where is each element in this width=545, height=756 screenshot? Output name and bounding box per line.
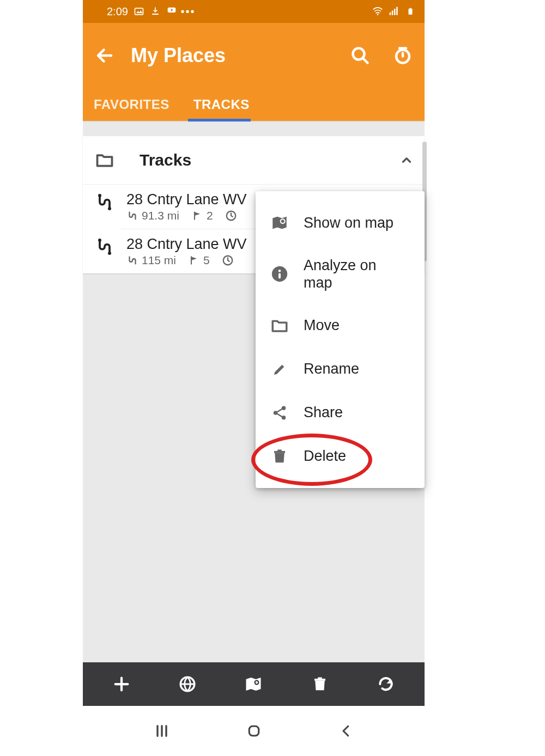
menu-item-share[interactable]: Share	[256, 391, 425, 435]
svg-rect-6	[396, 7, 398, 15]
menu-label: Analyze on map	[304, 257, 402, 292]
delete-button[interactable]	[309, 673, 331, 695]
route-icon	[94, 191, 116, 213]
add-button[interactable]	[111, 673, 132, 695]
chevron-up-icon	[399, 153, 414, 167]
trash-icon	[270, 447, 289, 466]
menu-item-rename[interactable]: Rename	[256, 347, 425, 391]
menu-label: Rename	[304, 361, 359, 377]
status-right	[372, 6, 416, 17]
svg-point-11	[98, 194, 101, 197]
svg-rect-3	[390, 13, 391, 15]
back-button[interactable]	[94, 45, 116, 66]
sort-button[interactable]	[392, 45, 414, 66]
svg-rect-0	[135, 8, 143, 15]
svg-point-2	[377, 14, 379, 16]
svg-rect-31	[318, 678, 322, 679]
svg-rect-32	[249, 726, 259, 736]
menu-item-delete[interactable]: Delete	[256, 435, 425, 478]
nav-home[interactable]	[244, 721, 264, 741]
track-waypoints: 5	[203, 254, 210, 267]
menu-label: Share	[304, 404, 343, 421]
context-menu: Show on map Analyze on map Move Rename S…	[256, 191, 425, 488]
folder-icon	[94, 149, 116, 171]
info-icon	[270, 264, 289, 284]
svg-point-14	[98, 239, 101, 242]
track-distance: 115 mi	[142, 254, 176, 267]
globe-button[interactable]	[177, 673, 198, 695]
route-icon	[94, 236, 116, 258]
svg-rect-8	[410, 8, 411, 9]
svg-rect-7	[409, 9, 413, 15]
folder-row-tracks[interactable]: Tracks	[83, 136, 425, 185]
map-button[interactable]	[243, 673, 264, 695]
track-waypoints: 2	[207, 209, 213, 222]
svg-point-15	[108, 252, 111, 255]
clock-icon	[225, 210, 237, 222]
image-icon	[134, 6, 144, 17]
distance-icon	[126, 210, 138, 222]
search-button[interactable]	[349, 45, 371, 66]
pencil-icon	[270, 359, 289, 379]
play-icon	[166, 6, 177, 17]
nav-back[interactable]	[336, 721, 356, 741]
menu-label: Move	[304, 317, 340, 334]
app-bar: My Places FAVORITES TRACKS	[83, 23, 425, 121]
folder-icon	[270, 316, 289, 336]
clock-icon	[222, 254, 234, 266]
battery-icon	[405, 6, 416, 17]
phone-screen: 2:09 •••	[83, 0, 425, 756]
tab-tracks[interactable]: TRACKS	[193, 89, 261, 121]
svg-rect-21	[278, 273, 281, 279]
menu-item-move[interactable]: Move	[256, 304, 425, 347]
folder-title: Tracks	[140, 151, 191, 169]
menu-item-analyze[interactable]: Analyze on map	[256, 245, 425, 304]
svg-rect-5	[394, 9, 396, 15]
share-icon	[270, 403, 289, 423]
bottom-action-bar	[83, 662, 425, 706]
svg-rect-26	[277, 449, 282, 451]
status-left: 2:09 •••	[107, 5, 193, 18]
svg-point-18	[281, 220, 284, 223]
system-nav-bar	[83, 706, 425, 756]
svg-point-12	[108, 207, 111, 210]
menu-label: Delete	[304, 448, 346, 465]
track-distance: 91.3 mi	[142, 209, 179, 222]
status-time: 2:09	[107, 5, 128, 18]
menu-label: Show on map	[304, 215, 393, 231]
svg-point-20	[278, 270, 281, 272]
flag-icon	[191, 210, 203, 222]
signal-icon	[389, 6, 399, 17]
refresh-button[interactable]	[375, 673, 397, 695]
svg-rect-25	[274, 451, 285, 453]
svg-rect-4	[392, 10, 393, 15]
svg-point-29	[256, 681, 258, 684]
status-bar: 2:09 •••	[83, 0, 425, 23]
download-icon	[150, 6, 161, 17]
flag-icon	[188, 254, 200, 266]
menu-item-show-on-map[interactable]: Show on map	[256, 201, 425, 245]
wifi-icon	[372, 6, 383, 17]
more-icon: •••	[183, 6, 193, 17]
page-title: My Places	[131, 44, 226, 67]
nav-recents[interactable]	[152, 721, 172, 741]
svg-rect-30	[314, 679, 325, 681]
tabs: FAVORITES TRACKS	[94, 75, 414, 121]
distance-icon	[126, 254, 138, 266]
map-pin-icon	[270, 213, 289, 233]
tab-favorites[interactable]: FAVORITES	[94, 89, 180, 121]
